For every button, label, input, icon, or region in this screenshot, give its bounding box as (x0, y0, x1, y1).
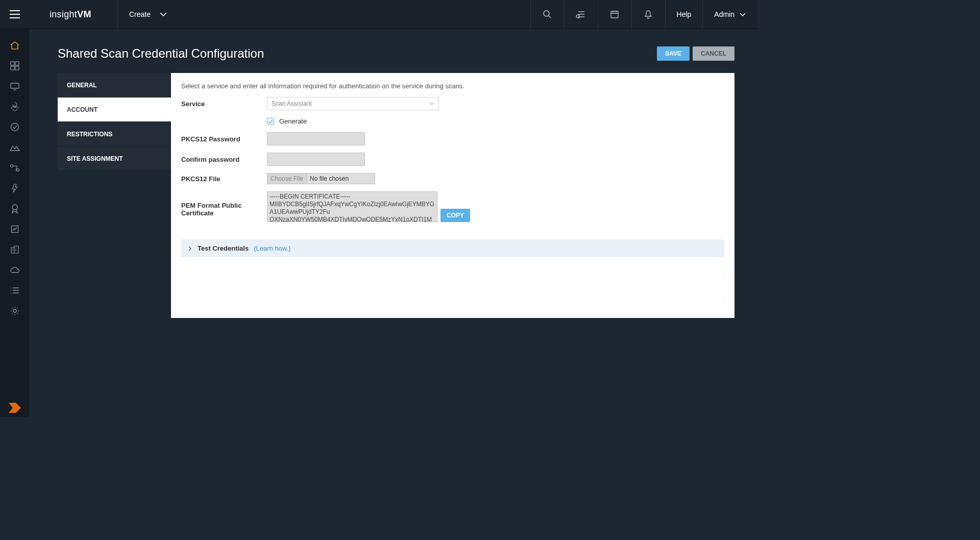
svg-point-9 (11, 124, 18, 131)
service-value: Scan Assistant (272, 100, 312, 107)
admin-menu[interactable]: Admin (702, 0, 757, 29)
choose-file-button: Choose File (267, 174, 307, 184)
create-label: Create (129, 10, 151, 18)
app-logo[interactable]: insightVM (29, 9, 117, 20)
chevron-down-icon (160, 12, 167, 16)
calendar-icon[interactable] (598, 0, 631, 29)
check-icon (268, 119, 273, 124)
home-icon[interactable] (0, 35, 29, 56)
chevron-down-icon (740, 13, 746, 16)
tab-account[interactable]: ACCOUNT (58, 97, 171, 122)
svg-point-12 (12, 205, 17, 210)
pkcs12-file-input[interactable]: Choose File No file chosen (267, 173, 375, 184)
query-icon[interactable] (564, 0, 598, 29)
assets-icon[interactable] (0, 76, 29, 96)
bell-icon[interactable] (631, 0, 665, 29)
service-label: Service (181, 100, 267, 108)
svg-point-14 (13, 309, 16, 312)
chevron-right-icon (188, 246, 192, 251)
cloud-icon[interactable] (0, 260, 29, 280)
dashboard-icon[interactable] (0, 56, 29, 76)
cancel-button[interactable]: CANCEL (693, 46, 734, 61)
confirm-password-input[interactable] (267, 153, 365, 166)
page-header: Shared Scan Credential Configuration SAV… (58, 46, 734, 61)
badge-icon[interactable] (0, 199, 29, 219)
tab-site-assignment[interactable]: SITE ASSIGNMENT (58, 146, 171, 171)
pem-certificate-textarea[interactable] (267, 191, 437, 222)
workflow-icon[interactable] (0, 158, 29, 178)
file-name-text: No file chosen (307, 175, 352, 182)
side-tabs: GENERAL ACCOUNT RESTRICTIONS SITE ASSIGN… (58, 73, 171, 318)
topbar-actions: Help Admin (530, 0, 757, 29)
svg-rect-4 (15, 62, 19, 65)
confirm-password-label: Confirm password (181, 156, 267, 163)
form-area: Select a service and enter all informati… (171, 73, 734, 318)
automation-icon[interactable] (0, 178, 29, 199)
logo-suffix: VM (77, 9, 91, 20)
pem-label: PEM Format Public Certificate (181, 191, 267, 217)
pkcs12-file-label: PKCS12 File (181, 175, 267, 183)
tab-general[interactable]: GENERAL (58, 73, 171, 97)
svg-rect-3 (11, 62, 14, 65)
left-rail (0, 29, 29, 417)
svg-point-10 (10, 165, 13, 167)
biohazard-icon[interactable] (0, 96, 29, 117)
help-button[interactable]: Help (665, 0, 703, 29)
form-intro: Select a service and enter all informati… (181, 82, 724, 90)
svg-rect-6 (15, 66, 19, 70)
test-credentials-label: Test Credentials (198, 244, 249, 252)
create-menu[interactable]: Create (117, 0, 178, 29)
logo-text: insight (50, 9, 77, 20)
check-circle-icon[interactable] (0, 117, 29, 137)
list-icon[interactable] (0, 280, 29, 301)
tab-restrictions[interactable]: RESTRICTIONS (58, 122, 171, 146)
service-select[interactable]: Scan Assistant (267, 97, 439, 110)
generate-checkbox[interactable] (267, 118, 274, 125)
report-icon[interactable] (0, 219, 29, 239)
config-panel: GENERAL ACCOUNT RESTRICTIONS SITE ASSIGN… (58, 73, 734, 318)
chevron-down-icon (429, 102, 434, 105)
admin-label: Admin (714, 10, 734, 18)
topbar: insightVM Create Help Admin (0, 0, 757, 29)
copy-button[interactable]: COPY (440, 209, 470, 222)
test-credentials-bar[interactable]: Test Credentials (Learn how.) (181, 239, 724, 257)
svg-rect-5 (11, 66, 14, 70)
mountains-icon[interactable] (0, 137, 29, 158)
generate-label: Generate (279, 117, 307, 125)
svg-rect-2 (611, 11, 618, 18)
help-label: Help (677, 10, 692, 18)
learn-how-link[interactable]: (Learn how.) (254, 244, 290, 252)
building-icon[interactable] (0, 239, 29, 260)
pkcs12-password-input[interactable] (267, 132, 365, 145)
pkcs12-password-label: PKCS12 Password (181, 135, 267, 143)
search-icon[interactable] (530, 0, 564, 29)
svg-rect-7 (11, 83, 19, 88)
hamburger-menu-icon[interactable] (0, 0, 29, 29)
brand-icon (0, 402, 29, 414)
page-title: Shared Scan Credential Configuration (58, 46, 264, 61)
svg-point-0 (544, 11, 549, 16)
gear-icon[interactable] (0, 301, 29, 321)
save-button[interactable]: SAVE (657, 46, 690, 61)
